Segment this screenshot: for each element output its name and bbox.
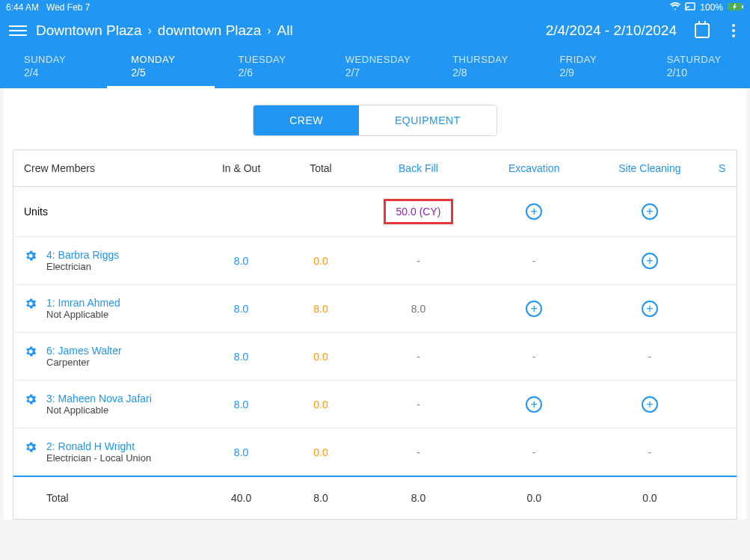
cell-dash: - xyxy=(417,399,420,410)
tab-equipment[interactable]: EQUIPMENT xyxy=(359,105,497,135)
day-tab[interactable]: MONDAY2/5 xyxy=(107,49,214,88)
view-toggle: CREW EQUIPMENT xyxy=(253,105,497,136)
days-row: SUNDAY2/4MONDAY2/5TUESDAY2/6WEDNESDAY2/7… xyxy=(0,46,750,88)
day-name: TUESDAY xyxy=(239,54,322,65)
crew-name[interactable]: 6: James Walter xyxy=(46,345,122,357)
inout-value[interactable]: 8.0 xyxy=(234,351,248,363)
totals-backfill: 8.0 xyxy=(360,476,476,519)
cell-dash: - xyxy=(417,446,420,458)
crew-name[interactable]: 3: Maheen Nova Jafari xyxy=(46,393,152,404)
totals-total: 8.0 xyxy=(281,476,360,519)
gear-icon[interactable] xyxy=(24,249,37,265)
inout-value[interactable]: 8.0 xyxy=(234,255,248,267)
breadcrumb-c: All xyxy=(277,22,293,39)
crew-role: Carpenter xyxy=(46,357,122,368)
day-date: 2/4 xyxy=(24,67,107,79)
crew-role: Not Applicable xyxy=(46,309,120,320)
col-s[interactable]: S xyxy=(707,150,737,187)
day-date: 2/10 xyxy=(667,67,750,79)
totals-row: Total 40.0 8.0 8.0 0.0 0.0 xyxy=(13,476,737,519)
more-icon[interactable] xyxy=(726,24,741,37)
gear-icon[interactable] xyxy=(24,440,37,456)
col-total: Total xyxy=(281,150,360,187)
inout-value[interactable]: 8.0 xyxy=(234,399,248,410)
day-name: THURSDAY xyxy=(452,54,535,65)
day-date: 2/8 xyxy=(452,67,535,79)
cell-dash: - xyxy=(532,255,536,267)
chevron-right-icon: › xyxy=(267,24,271,37)
add-site-button[interactable]: + xyxy=(642,301,658,317)
table-row: 4: Barbra RiggsElectrician8.00.0--+ xyxy=(13,237,737,285)
total-value: 0.0 xyxy=(313,255,328,267)
cell-dash: - xyxy=(532,446,536,458)
day-tab[interactable]: WEDNESDAY2/7 xyxy=(322,49,428,88)
day-tab[interactable]: SATURDAY2/10 xyxy=(643,49,750,88)
inout-value[interactable]: 8.0 xyxy=(234,446,248,458)
totals-inout: 40.0 xyxy=(201,476,280,519)
day-tab[interactable]: TUESDAY2/6 xyxy=(215,49,322,88)
crew-table: Crew Members In & Out Total Back Fill Ex… xyxy=(13,150,737,519)
day-name: WEDNESDAY xyxy=(345,54,428,65)
battery-icon xyxy=(728,2,744,13)
add-site-button[interactable]: + xyxy=(642,253,658,269)
day-name: MONDAY xyxy=(131,54,214,65)
units-label: Units xyxy=(13,187,201,237)
add-excavation-button[interactable]: + xyxy=(526,301,542,317)
day-date: 2/5 xyxy=(131,67,214,79)
battery-text: 100% xyxy=(700,2,723,13)
col-excavation[interactable]: Excavation xyxy=(476,150,592,187)
add-excavation-button[interactable]: + xyxy=(526,396,542,413)
total-value: 0.0 xyxy=(313,351,328,363)
day-name: FRIDAY xyxy=(559,54,642,65)
tab-crew[interactable]: CREW xyxy=(253,105,359,135)
status-time: 6:44 AM xyxy=(6,2,39,13)
totals-label: Total xyxy=(13,476,201,519)
units-row: Units 50.0 (CY) + + xyxy=(13,187,737,237)
day-tab[interactable]: SUNDAY2/4 xyxy=(0,49,107,88)
day-tab[interactable]: FRIDAY2/9 xyxy=(535,49,642,88)
table-row: 3: Maheen Nova JafariNot Applicable8.00.… xyxy=(13,381,737,428)
crew-role: Electrician xyxy=(46,261,119,272)
day-date: 2/9 xyxy=(559,67,642,79)
total-value: 0.0 xyxy=(313,446,328,458)
day-name: SATURDAY xyxy=(667,54,750,65)
menu-icon[interactable] xyxy=(9,25,27,36)
crew-name[interactable]: 1: Imran Ahmed xyxy=(46,297,120,309)
wifi-icon xyxy=(670,2,680,13)
cell-dash: - xyxy=(417,255,420,267)
status-date: Wed Feb 7 xyxy=(46,2,90,13)
breadcrumb-b: downtown Plaza xyxy=(158,22,261,39)
breadcrumb[interactable]: Downtown Plaza › downtown Plaza › All xyxy=(36,22,537,39)
total-value: 8.0 xyxy=(313,303,328,315)
cell-value: 8.0 xyxy=(411,303,425,315)
svg-rect-2 xyxy=(742,5,743,8)
calendar-icon[interactable] xyxy=(695,23,710,38)
total-value: 0.0 xyxy=(313,399,328,410)
day-date: 2/7 xyxy=(345,67,428,79)
add-units-site[interactable]: + xyxy=(642,203,658,220)
col-members: Crew Members xyxy=(13,150,201,187)
units-backfill[interactable]: 50.0 (CY) xyxy=(384,199,454,224)
crew-name[interactable]: 2: Ronald H Wright xyxy=(46,440,151,452)
gear-icon[interactable] xyxy=(24,345,37,360)
date-range[interactable]: 2/4/2024 - 2/10/2024 xyxy=(546,22,677,39)
inout-value[interactable]: 8.0 xyxy=(234,303,248,315)
cell-dash: - xyxy=(532,351,536,363)
breadcrumb-a: Downtown Plaza xyxy=(36,22,142,39)
col-backfill[interactable]: Back Fill xyxy=(360,150,476,187)
add-units-excavation[interactable]: + xyxy=(526,203,542,220)
crew-role: Electrician - Local Union xyxy=(46,452,151,464)
day-name: SUNDAY xyxy=(24,54,107,65)
crew-role: Not Applicable xyxy=(46,404,152,416)
crew-name[interactable]: 4: Barbra Riggs xyxy=(46,249,119,261)
day-date: 2/6 xyxy=(239,67,322,79)
svg-rect-0 xyxy=(686,3,695,10)
add-site-button[interactable]: + xyxy=(642,396,658,413)
gear-icon[interactable] xyxy=(24,393,37,408)
chevron-right-icon: › xyxy=(148,24,152,37)
col-inout: In & Out xyxy=(201,150,280,187)
col-site[interactable]: Site Cleaning xyxy=(592,150,708,187)
gear-icon[interactable] xyxy=(24,297,37,313)
day-tab[interactable]: THURSDAY2/8 xyxy=(428,49,535,88)
totals-site: 0.0 xyxy=(592,476,708,519)
